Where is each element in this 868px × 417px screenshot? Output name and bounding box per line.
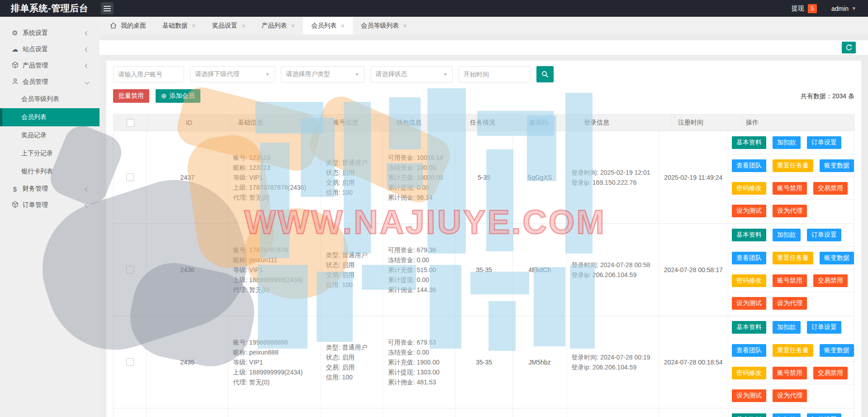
action-order-settings-button[interactable]: 订单设置 — [807, 413, 841, 417]
tab-member-list[interactable]: 会员列表 × — [303, 17, 353, 34]
action-disable-account-button[interactable]: 账号禁用 — [773, 274, 807, 287]
row-checkbox[interactable] — [126, 266, 134, 273]
login-line: 登录时间: 2024-07-28 00:58 — [571, 260, 650, 270]
cell-task: 5-35 — [455, 131, 513, 223]
action-change-password-button[interactable]: 密码修改 — [732, 367, 766, 379]
status-select[interactable]: 请选择状态 ▼ — [370, 66, 453, 82]
sidebar-item-updown-records[interactable]: 上下分记录 — [0, 144, 100, 163]
hamburger-menu-icon[interactable] — [101, 2, 114, 14]
sidebar-item-finance-management[interactable]: $ 财务管理 — [0, 181, 100, 197]
close-icon[interactable]: × — [242, 22, 246, 29]
account-line: 类型: 普通用户 — [326, 342, 367, 352]
cube-icon — [11, 62, 19, 70]
wallet-line: 累计充值: 10000.00 — [388, 173, 443, 182]
action-basic-info-button[interactable]: 基本资料 — [732, 413, 766, 417]
row-checkbox[interactable] — [126, 173, 134, 181]
action-change-password-button[interactable]: 密码修改 — [732, 182, 766, 195]
action-button-row: 基本资料加扣款订单设置 — [732, 131, 854, 154]
account-line: 交易: 启用 — [326, 177, 355, 187]
sidebar-item-member-list[interactable]: 会员列表 — [0, 108, 100, 126]
sidebar-item-product-management[interactable]: 产品管理 — [0, 58, 100, 74]
sidebar-item-system-settings[interactable]: ⚙ 系统设置 — [0, 25, 100, 41]
action-account-changes-button[interactable]: 账变数据 — [820, 252, 854, 264]
action-basic-info-button[interactable]: 基本资料 — [732, 321, 766, 334]
action-add-deduct-button[interactable]: 加扣款 — [773, 413, 801, 417]
tab-member-level-list[interactable]: 会员等级列表 × — [353, 17, 415, 34]
action-set-test-button[interactable]: 设为测试 — [732, 297, 766, 310]
action-add-deduct-button[interactable]: 加扣款 — [773, 229, 801, 241]
tab-desktop[interactable]: 我的桌面 — [102, 17, 154, 34]
refresh-button[interactable] — [842, 42, 856, 53]
tab-label: 我的桌面 — [121, 22, 146, 30]
user-menu[interactable]: admin ▼ — [831, 5, 856, 12]
add-member-button[interactable]: ⊕ 添加会员 — [156, 89, 200, 103]
account-line: 类型: 普通用户 — [326, 250, 367, 260]
chevron-left-icon — [85, 63, 90, 68]
tab-basic-data[interactable]: 基础数据 × — [154, 17, 204, 34]
action-reset-task-button[interactable]: 重置任务量 — [773, 159, 813, 172]
action-view-team-button[interactable]: 查看团队 — [732, 159, 766, 172]
close-icon[interactable]: × — [291, 22, 295, 29]
action-add-deduct-button[interactable]: 加扣款 — [773, 136, 801, 149]
sidebar-item-site-settings[interactable]: ☁ 站点设置 — [0, 41, 100, 58]
action-account-changes-button[interactable]: 账变数据 — [820, 344, 854, 357]
wallet-line: 累计提现: 0.00 — [388, 275, 429, 285]
action-order-settings-button[interactable]: 订单设置 — [807, 136, 841, 149]
member-id: 2436 — [180, 266, 194, 273]
batch-disable-button[interactable]: 批量禁用 — [113, 89, 149, 103]
withdraw-link[interactable]: 提现 5 — [792, 4, 817, 13]
header-task: 任务情况 — [463, 115, 522, 131]
select-placeholder: 请选择下级代理 — [195, 70, 239, 78]
basic-line: 代理: 暂无(0) — [233, 377, 270, 387]
sidebar-item-member-level-list[interactable]: 会员等级列表 — [0, 90, 100, 108]
action-disable-trade-button[interactable]: 交易禁用 — [813, 367, 848, 379]
cell-login-info: 登录时间: 2024-07-28 00:58登录ip: 206.206.104.… — [567, 224, 659, 316]
sidebar-item-order-management[interactable]: 订单管理 — [0, 197, 100, 213]
sidebar-item-label: 银行卡列表 — [21, 168, 53, 176]
total-count-text: 共有数据：2034 条 — [801, 89, 854, 103]
cloud-icon: ☁ — [11, 45, 19, 53]
action-order-settings-button[interactable]: 订单设置 — [807, 229, 841, 241]
action-disable-account-button[interactable]: 账号禁用 — [773, 182, 807, 195]
account-input[interactable] — [113, 66, 184, 82]
agent-select[interactable]: 请选择下级代理 ▼ — [190, 66, 275, 82]
action-set-test-button[interactable]: 设为测试 — [732, 205, 766, 217]
sidebar-item-member-management[interactable]: 会员管理 — [0, 74, 100, 90]
action-change-password-button[interactable]: 密码修改 — [732, 274, 766, 287]
cell-account-info: 类型: 普通用户状态: 启用交易: 启用信用: 100 — [321, 224, 383, 316]
account-line: 信用: 100 — [326, 187, 352, 197]
user-type-select[interactable]: 请选择用户类型 ▼ — [281, 66, 365, 82]
action-view-team-button[interactable]: 查看团队 — [732, 344, 766, 357]
tab-label: 会员等级列表 — [361, 22, 399, 30]
action-order-settings-button[interactable]: 订单设置 — [807, 321, 841, 334]
action-view-team-button[interactable]: 查看团队 — [732, 252, 766, 264]
action-set-test-button[interactable]: 设为测试 — [732, 389, 766, 402]
search-button[interactable] — [536, 66, 554, 82]
action-basic-info-button[interactable]: 基本资料 — [732, 229, 766, 241]
wallet-line: 累计佣金: 144.36 — [388, 285, 436, 295]
tab-prize-settings[interactable]: 奖品设置 × — [204, 17, 254, 34]
start-date-input[interactable] — [459, 66, 531, 82]
action-set-agent-button[interactable]: 设为代理 — [773, 389, 807, 402]
close-icon[interactable]: × — [192, 22, 196, 29]
sidebar-item-bank-card-list[interactable]: 银行卡列表 — [0, 163, 100, 181]
action-set-agent-button[interactable]: 设为代理 — [773, 205, 807, 217]
action-disable-trade-button[interactable]: 交易禁用 — [813, 182, 848, 195]
action-reset-task-button[interactable]: 重置任务量 — [773, 252, 813, 264]
action-reset-task-button[interactable]: 重置任务量 — [773, 344, 813, 357]
sidebar-item-prize-records[interactable]: 奖品记录 — [0, 126, 100, 144]
action-set-agent-button[interactable]: 设为代理 — [773, 297, 807, 310]
close-icon[interactable]: × — [403, 22, 407, 29]
action-disable-account-button[interactable]: 账号禁用 — [773, 367, 807, 379]
select-all-checkbox[interactable] — [127, 119, 134, 127]
action-disable-trade-button[interactable]: 交易禁用 — [813, 274, 848, 287]
action-add-deduct-button[interactable]: 加扣款 — [773, 321, 801, 334]
row-checkbox[interactable] — [126, 358, 134, 366]
action-account-changes-button[interactable]: 账变数据 — [820, 159, 854, 172]
close-icon[interactable]: × — [341, 22, 345, 29]
chevron-left-icon — [85, 47, 90, 52]
tab-product-list[interactable]: 产品列表 × — [254, 17, 304, 34]
sidebar-item-label: 站点设置 — [23, 45, 48, 53]
action-basic-info-button[interactable]: 基本资料 — [732, 136, 766, 149]
account-line: 信用: 100 — [326, 372, 352, 382]
